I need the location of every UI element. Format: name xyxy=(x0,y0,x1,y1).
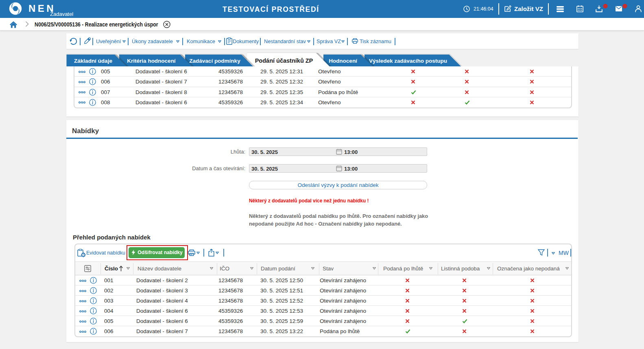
svg-text:Podání účastníků ZP: Podání účastníků ZP xyxy=(255,57,313,64)
svg-text:Kritéria hodnocení: Kritéria hodnocení xyxy=(127,58,176,64)
svg-text:Základní údaje: Základní údaje xyxy=(74,58,112,64)
svg-text:Zadávací podmínky: Zadávací podmínky xyxy=(189,58,240,64)
svg-text:Hodnocení: Hodnocení xyxy=(329,58,358,64)
svg-text:Výsledek zadávacího postupu: Výsledek zadávacího postupu xyxy=(369,58,447,64)
